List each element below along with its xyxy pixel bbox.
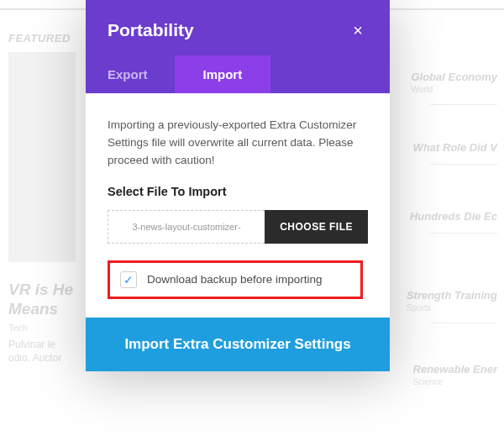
divider: [430, 164, 497, 165]
modal-header: Portability × Export Import: [86, 0, 390, 93]
backup-checkbox-label[interactable]: Download backup before importing: [147, 273, 323, 286]
close-button[interactable]: ×: [348, 20, 368, 40]
side-article: Renewable Ener Science: [413, 363, 497, 386]
featured-article: VR is HeMeans Tech Pulvinar leodio. Auct…: [8, 281, 73, 365]
divider: [430, 233, 497, 234]
choose-file-button[interactable]: CHOOSE FILE: [265, 210, 368, 244]
import-description: Importing a previously-exported Extra Cu…: [108, 117, 368, 170]
featured-label: FEATURED: [8, 32, 71, 45]
file-picker: 3-news-layout-customizer- CHOOSE FILE: [108, 210, 368, 244]
tab-export[interactable]: Export: [108, 55, 171, 93]
backup-option-highlight: ✓ Download backup before importing: [108, 260, 363, 299]
side-title: Renewable Ener: [413, 363, 497, 376]
side-cat: Sports: [407, 303, 497, 313]
import-button[interactable]: Import Extra Customizer Settings: [86, 318, 390, 371]
side-article: What Role Did V: [413, 141, 497, 165]
modal-body: Importing a previously-exported Extra Cu…: [86, 93, 390, 318]
side-cat: World: [411, 85, 497, 94]
article-title: VR is HeMeans: [8, 281, 73, 319]
divider: [430, 104, 497, 105]
file-name-display: 3-news-layout-customizer-: [108, 210, 265, 244]
select-file-label: Select File To Import: [108, 185, 368, 198]
side-title: What Role Did V: [413, 141, 497, 154]
side-title: Hundreds Die Ec: [410, 210, 497, 223]
close-icon: ×: [353, 21, 363, 40]
featured-image: [8, 52, 76, 262]
side-article: Global Economy World: [411, 71, 497, 105]
modal-tabs: Export Import: [108, 55, 368, 93]
modal-title: Portability: [108, 20, 194, 40]
side-cat: Science: [413, 377, 497, 386]
side-article: Strength Training Sports: [407, 289, 497, 323]
tab-import[interactable]: Import: [175, 55, 271, 93]
article-body: Pulvinar leodio. Auctor: [8, 338, 73, 366]
side-title: Strength Training: [407, 289, 497, 302]
side-article: Hundreds Die Ec: [410, 210, 497, 234]
article-meta: Tech: [8, 323, 73, 333]
side-title: Global Economy: [411, 71, 497, 83]
portability-modal: Portability × Export Import Importing a …: [86, 0, 390, 371]
check-icon: ✓: [123, 273, 134, 286]
divider: [430, 323, 497, 323]
backup-checkbox[interactable]: ✓: [120, 271, 137, 288]
